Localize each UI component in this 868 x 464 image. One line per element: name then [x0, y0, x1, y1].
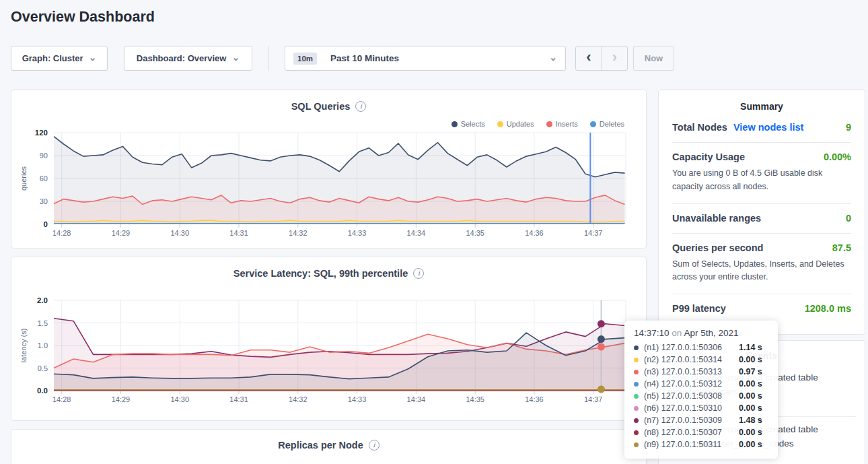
svg-text:1.5: 1.5	[38, 319, 48, 327]
time-range-label: Past 10 Minutes	[330, 53, 544, 63]
svg-text:14:33: 14:33	[348, 395, 367, 403]
overview-dashboard-page: Overview Dashboard Graph: Cluster ⌄ Dash…	[0, 0, 868, 464]
tooltip-row: (n5) 127.0.0.1:503080.00 s	[634, 390, 768, 402]
chevron-left-icon: ‹	[586, 48, 591, 66]
node-address: (n4) 127.0.0.1:50312	[644, 379, 733, 389]
chevron-down-icon: ⌄	[89, 54, 97, 61]
info-icon[interactable]: i	[369, 440, 379, 451]
sql-queries-chart[interactable]: 14:2814:2914:3014:3114:3214:3314:3414:35…	[11, 90, 646, 248]
summary-row-total-nodes: Total Nodes View nodes list 9	[672, 113, 851, 143]
chevron-down-icon: ⌄	[231, 54, 240, 61]
node-color-dot	[634, 394, 639, 399]
legend-label: Selects	[461, 120, 485, 128]
svg-text:14:28: 14:28	[52, 229, 71, 237]
sql-queries-title: SQL Queries	[291, 101, 351, 112]
svg-text:14:34: 14:34	[407, 395, 426, 403]
view-nodes-list-link[interactable]: View nodes list	[733, 122, 804, 133]
capacity-value: 0.00%	[824, 152, 851, 162]
time-nav-group: ‹ ›	[575, 46, 628, 71]
time-prev-button[interactable]: ‹	[576, 46, 602, 70]
time-next-button[interactable]: ›	[602, 46, 627, 70]
tooltip-row: (n6) 127.0.0.1:503100.00 s	[634, 402, 768, 414]
svg-text:14:31: 14:31	[229, 395, 248, 403]
node-address: (n6) 127.0.0.1:50310	[644, 403, 733, 413]
svg-text:0.0: 0.0	[37, 387, 48, 395]
legend-dot	[451, 121, 458, 127]
info-icon[interactable]: i	[413, 268, 424, 279]
summary-panel: Summary Total Nodes View nodes list 9 Ca…	[658, 90, 865, 335]
p99-latency-value: 1208.0 ms	[805, 303, 851, 314]
time-range-badge: 10m	[293, 53, 317, 65]
svg-text:14:30: 14:30	[170, 395, 189, 403]
qps-label: Queries per second	[672, 242, 763, 253]
node-address: (n8) 127.0.0.1:50307	[644, 428, 733, 437]
svg-text:30: 30	[40, 197, 48, 205]
svg-text:14:33: 14:33	[348, 229, 367, 237]
total-nodes-label: Total Nodes	[672, 122, 727, 133]
svg-text:14:37: 14:37	[584, 229, 603, 237]
sql-queries-panel: 14:2814:2914:3014:3114:3214:3314:3414:35…	[11, 90, 647, 248]
legend-label: Deletes	[600, 120, 624, 128]
node-latency-value: 0.97 s	[739, 367, 762, 376]
unavailable-ranges-value: 0	[846, 213, 851, 224]
svg-text:14:29: 14:29	[112, 395, 131, 403]
replicas-per-node-panel: Replicas per Nodei	[11, 429, 647, 464]
svg-text:14:34: 14:34	[407, 229, 426, 237]
svg-text:2.0: 2.0	[37, 296, 48, 304]
service-latency-header: Service Latency: SQL, 99th percentilei	[11, 267, 646, 279]
unavailable-ranges-label: Unavailable ranges	[672, 213, 761, 224]
total-nodes-value: 9	[846, 122, 851, 133]
svg-text:14:36: 14:36	[525, 229, 544, 237]
tooltip-row: (n8) 127.0.0.1:503070.00 s	[634, 426, 768, 438]
svg-text:14:29: 14:29	[112, 229, 131, 237]
node-color-dot	[634, 442, 639, 447]
node-color-dot	[634, 370, 639, 374]
now-button[interactable]: Now	[633, 46, 674, 71]
node-color-dot	[634, 406, 639, 411]
node-latency-value: 0.00 s	[739, 440, 762, 449]
node-color-dot	[634, 358, 639, 362]
legend-dot	[497, 121, 503, 127]
tooltip-row: (n2) 127.0.0.1:503140.00 s	[634, 354, 768, 366]
legend-item-selects[interactable]: Selects	[451, 120, 485, 128]
svg-text:120: 120	[35, 129, 48, 137]
svg-text:latency (s): latency (s)	[20, 329, 28, 363]
node-latency-value: 1.48 s	[739, 416, 762, 425]
svg-text:0: 0	[44, 220, 48, 228]
svg-text:14:31: 14:31	[229, 229, 248, 237]
graph-dropdown[interactable]: Graph: Cluster ⌄	[11, 46, 108, 71]
svg-text:1.0: 1.0	[38, 341, 48, 350]
chart-hover-tooltip: 14:37:10 on Apr 5th, 2021 (n1) 127.0.0.1…	[624, 321, 778, 459]
p99-latency-label: P99 latency	[672, 303, 726, 314]
time-range-selector[interactable]: 10m Past 10 Minutes ⌄	[285, 46, 566, 71]
page-title: Overview Dashboard	[11, 9, 155, 26]
sql-queries-header: SQL Queriesi	[11, 100, 646, 112]
node-latency-value: 0.00 s	[739, 379, 762, 389]
legend-item-inserts[interactable]: Inserts	[546, 120, 578, 128]
node-latency-value: 1.14 s	[739, 343, 762, 352]
service-latency-chart[interactable]: 14:2814:2914:3014:3114:3214:3314:3414:35…	[11, 257, 646, 420]
node-color-dot	[634, 430, 639, 435]
legend-item-updates[interactable]: Updates	[497, 120, 534, 128]
node-latency-value: 0.00 s	[739, 391, 762, 401]
tooltip-row: (n1) 127.0.0.1:503061.14 s	[634, 341, 768, 354]
sql-queries-legend: SelectsUpdatesInsertsDeletes	[451, 120, 624, 128]
summary-heading: Summary	[659, 90, 865, 113]
node-color-dot	[634, 345, 639, 350]
legend-label: Inserts	[556, 120, 578, 128]
qps-value: 87.5	[832, 242, 851, 253]
service-latency-panel: 14:2814:2914:3014:3114:3214:3314:3414:35…	[11, 257, 647, 421]
svg-text:14:35: 14:35	[466, 395, 484, 403]
tooltip-row: (n7) 127.0.0.1:503091.48 s	[634, 414, 768, 426]
dashboard-dropdown[interactable]: Dashboard: Overview ⌄	[124, 46, 252, 71]
svg-text:14:35: 14:35	[466, 229, 484, 237]
svg-text:14:36: 14:36	[525, 395, 544, 403]
legend-label: Updates	[507, 120, 534, 128]
dashboard-dropdown-label: Dashboard: Overview	[137, 53, 227, 63]
node-address: (n9) 127.0.0.1:50311	[644, 440, 733, 449]
node-latency-value: 0.00 s	[739, 428, 762, 437]
info-icon[interactable]: i	[355, 101, 366, 112]
qps-description: Sum of Selects, Updates, Inserts, and De…	[672, 258, 851, 285]
legend-item-deletes[interactable]: Deletes	[590, 120, 624, 128]
svg-text:14:32: 14:32	[289, 395, 308, 403]
